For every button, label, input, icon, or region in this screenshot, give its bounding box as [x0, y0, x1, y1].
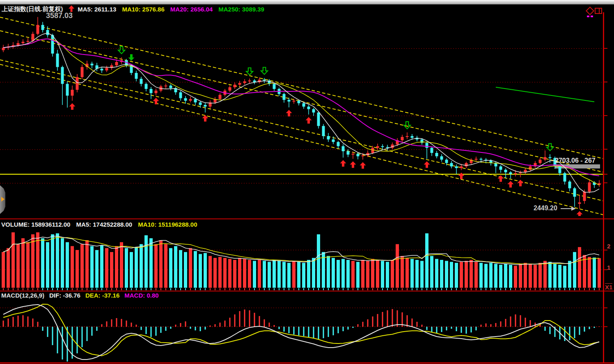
volume-base-tick: [471, 288, 472, 290]
volume-base-tick: [101, 288, 102, 290]
volume-bar: [327, 256, 330, 288]
candle-body: [347, 151, 350, 155]
volume-base-tick: [412, 288, 412, 290]
volume-base-tick: [116, 288, 117, 290]
volume-bar: [312, 258, 315, 288]
volume-bar: [465, 261, 468, 288]
candle-body: [504, 170, 507, 172]
volume-bar: [80, 244, 84, 288]
volume-base-tick: [466, 288, 467, 290]
volume-base-tick: [333, 288, 334, 290]
volume-base-tick: [490, 288, 491, 290]
volume-base-tick: [343, 288, 344, 290]
volume-base-tick: [545, 288, 545, 290]
volume-bar: [287, 263, 291, 288]
macd-pane[interactable]: [0, 304, 603, 362]
volume-base-tick: [259, 288, 260, 290]
candle-body: [288, 100, 291, 102]
volume-bar: [484, 264, 488, 288]
candle-body: [76, 77, 79, 90]
volume-bar: [406, 258, 409, 288]
volume-base-tick: [96, 288, 97, 290]
volume-base-tick: [594, 288, 595, 290]
candle-body: [91, 64, 94, 65]
buy-signal-arrow-icon: [69, 103, 76, 110]
buy-signal-arrow-icon: [360, 162, 366, 168]
volume-bar: [548, 262, 552, 288]
ma10-line: [3, 39, 599, 185]
candle-body: [362, 155, 364, 156]
candle-body: [381, 146, 384, 147]
buy-signal-arrow-icon: [350, 161, 356, 168]
volume-bar: [573, 252, 576, 288]
buy-signal-arrow-icon: [458, 173, 465, 179]
price-pane-header: 上证指数(日线.前复权) MA5: 2611.13 MA10: 2576.86 …: [2, 5, 264, 13]
volume-base-tick: [446, 288, 447, 290]
ma20-line: [3, 39, 599, 176]
price-pane[interactable]: [0, 17, 603, 218]
volume-bar: [346, 260, 350, 288]
volume-bar: [100, 245, 103, 288]
volume-base-tick: [205, 288, 206, 290]
volume-base-tick: [67, 288, 68, 290]
candle-body: [165, 86, 167, 86]
candle-body: [317, 112, 320, 126]
buy-signal-arrow-icon: [424, 161, 430, 168]
volume-bar: [66, 242, 69, 288]
volume-bar: [499, 265, 502, 288]
candle-body: [243, 81, 246, 83]
volume-base-tick: [87, 288, 87, 290]
volume-pane[interactable]: [0, 232, 603, 290]
sell-signal-hollow-arrow-icon: [261, 67, 268, 74]
candle-body: [37, 25, 39, 34]
volume-base-tick: [377, 288, 378, 290]
pane-divider: [0, 291, 614, 291]
volume-base-tick: [554, 288, 555, 290]
ma250-line: [496, 87, 594, 102]
volume-base-tick: [151, 288, 151, 290]
volume-bar: [543, 261, 547, 288]
candle-body: [578, 202, 581, 204]
volume-bar: [292, 261, 296, 288]
volume-bar: [159, 240, 163, 288]
volume-bar: [553, 264, 557, 288]
stock-app-screen: 上证指数(日线.前复权) MA5: 2611.13 MA10: 2576.86 …: [0, 0, 614, 364]
volume-bar: [593, 257, 596, 288]
candle-body: [352, 154, 355, 155]
candle-body: [179, 92, 182, 98]
volume-base-tick: [141, 288, 142, 290]
volume-bar: [194, 251, 197, 288]
volume-bar: [248, 260, 251, 288]
split-pane-icon[interactable]: [595, 8, 602, 14]
candle-body: [539, 159, 542, 163]
volume-base-tick: [293, 288, 294, 290]
candle-body: [549, 157, 552, 158]
volume-base-tick: [318, 288, 319, 290]
volume-base-tick: [52, 288, 53, 290]
candle-body: [61, 67, 64, 84]
volume-base-tick: [77, 288, 78, 290]
candle-body: [248, 80, 251, 81]
sell-signal-hollow-arrow-icon: [246, 68, 253, 75]
volume-base-tick: [234, 288, 235, 290]
candle-body: [189, 99, 192, 101]
volume-bar: [317, 234, 320, 288]
volume-base-tick: [407, 288, 408, 290]
candle-body: [342, 146, 345, 151]
volume-base-tick: [269, 288, 270, 290]
candle-body: [307, 107, 310, 109]
candle-body: [81, 67, 84, 77]
volume-base-tick: [62, 288, 63, 290]
volume-bar: [140, 244, 143, 288]
volume-base-tick: [495, 288, 496, 290]
candle-body: [450, 163, 453, 166]
volume-bar: [208, 256, 212, 288]
chart-canvas[interactable]: [0, 0, 614, 364]
volume-bar: [228, 259, 231, 288]
volume-base-tick: [441, 288, 442, 290]
volume-base-tick: [500, 288, 501, 290]
volume-base-tick: [505, 288, 506, 290]
volume-base-tick: [111, 288, 112, 290]
candle-body: [155, 91, 158, 93]
candle-body: [564, 173, 566, 182]
